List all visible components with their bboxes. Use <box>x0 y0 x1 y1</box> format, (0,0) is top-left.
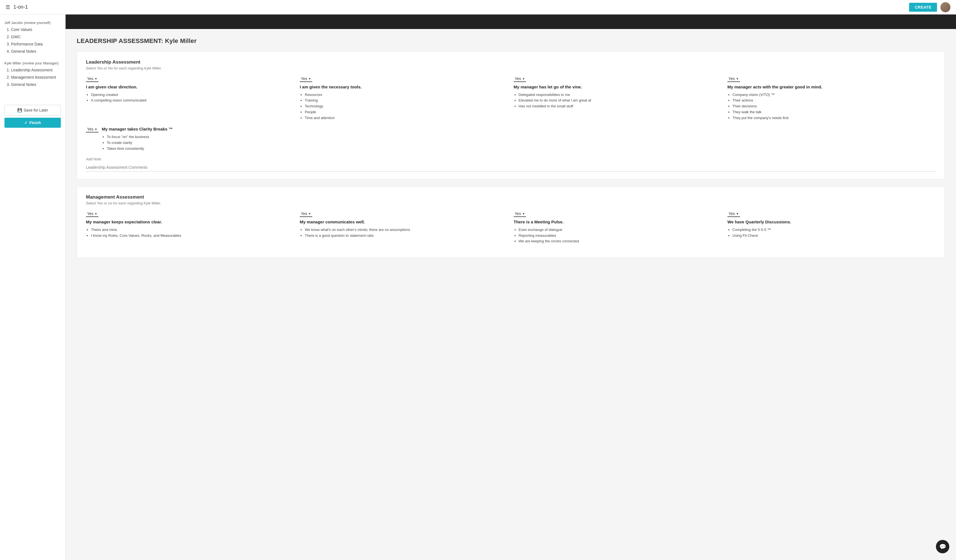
list-item: Completing the 5-5-5 ™ <box>733 227 936 233</box>
clarity-break-dropdown[interactable]: Yes ▼ <box>86 126 99 132</box>
list-item: Theirs and mine <box>91 227 294 233</box>
leadership-item-2: Yes ▼ I am given the necessary tools. Re… <box>300 76 508 121</box>
list-item: Using Fit Check <box>733 233 936 239</box>
dropdown-value-2: Yes <box>301 77 307 81</box>
clarity-break-label: My manager takes Clarity Breaks ™ <box>102 126 173 132</box>
hamburger-icon[interactable]: ☰ <box>6 4 10 10</box>
management-item-1: Yes ▼ My manager keeps expectations clea… <box>86 211 294 244</box>
leadership-label-4: My manager acts with the greater good in… <box>728 84 936 90</box>
mgmt-dropdown-value-2: Yes <box>301 212 307 216</box>
list-item: We know what's on each other's minds; th… <box>305 227 508 233</box>
finish-check-icon: ✓ <box>24 121 28 125</box>
dropdown-value-4: Yes <box>729 77 735 81</box>
sidebar-user1-note: (review yourself) <box>24 20 50 25</box>
list-item: Delegated responsibilities to me <box>519 92 722 98</box>
list-item: Resources <box>305 92 508 98</box>
leadership-assessment-grid: Yes ▼ I am given clear direction. Openin… <box>86 76 936 121</box>
sidebar-item-gwc[interactable]: 2. GWC <box>5 33 61 41</box>
sidebar-item-leadership[interactable]: 1. Leadership Assessment <box>5 66 61 74</box>
finish-button[interactable]: ✓ Finish <box>5 118 61 128</box>
leadership-item-3: Yes ▼ My manager has let go of the vine.… <box>514 76 722 121</box>
leadership-dropdown-4[interactable]: Yes ▼ <box>728 76 740 82</box>
leadership-comment-input[interactable] <box>86 163 936 171</box>
sidebar-item-general-notes-1[interactable]: 4. General Notes <box>5 48 61 55</box>
sidebar-item-management[interactable]: 2. Management Assessment <box>5 74 61 81</box>
management-list-2: We know what's on each other's minds; th… <box>300 227 508 239</box>
avatar-image <box>940 2 950 12</box>
management-assessment-grid: Yes ▼ My manager keeps expectations clea… <box>86 211 936 244</box>
save-later-label: Save for Later <box>24 108 48 112</box>
dropdown-value-3: Yes <box>515 77 521 81</box>
add-note-label: Add Note <box>86 157 936 161</box>
dropdown-arrow-2: ▼ <box>308 77 311 80</box>
mgmt-dropdown-arrow-3: ▼ <box>522 212 525 215</box>
management-label-2: My manager communicates well. <box>300 219 508 225</box>
sidebar-item-general-notes-2[interactable]: 3. General Notes <box>5 81 61 88</box>
create-button[interactable]: CREATE <box>909 3 937 12</box>
nav-right: CREATE <box>909 2 950 12</box>
mgmt-dropdown-arrow-1: ▼ <box>94 212 97 215</box>
management-card-title: Management Assessment <box>86 195 936 200</box>
management-dropdown-4[interactable]: Yes ▼ <box>728 211 740 217</box>
leadership-label-2: I am given the necessary tools. <box>300 84 508 90</box>
dark-header-bar <box>66 14 956 29</box>
sidebar-user1: Jeff Jacobs (review yourself) <box>5 20 61 25</box>
leadership-list-3: Delegated responsibilities to me Elevate… <box>514 92 722 109</box>
dropdown-value-1: Yes <box>87 77 93 81</box>
nav-left: ☰ 1-on-1 <box>6 4 28 10</box>
list-item: Reporting measurables <box>519 233 722 239</box>
main-content: LEADERSHIP ASSESSMENT: Kyle Miller Leade… <box>66 14 956 560</box>
leadership-dropdown-3[interactable]: Yes ▼ <box>514 76 526 82</box>
list-item: Time and attention <box>305 115 508 121</box>
sidebar-item-core-values[interactable]: 1. Core Values <box>5 26 61 33</box>
management-dropdown-1[interactable]: Yes ▼ <box>86 211 99 217</box>
list-item: People <box>305 109 508 115</box>
list-item: Their actions <box>733 97 936 104</box>
leadership-item-1: Yes ▼ I am given clear direction. Openin… <box>86 76 294 121</box>
leadership-card-subtitle: Select Yes or No for each regarding Kyle… <box>86 66 936 70</box>
list-item: Company vision (V/TO) ™ <box>733 92 936 98</box>
leadership-list-2: Resources Training Technology People Tim… <box>300 92 508 121</box>
management-item-3: Yes ▼ There is a Meeting Pulse. Even exc… <box>514 211 722 244</box>
sidebar-user2-section: Kyle Miller (review your Manager) 1. Lea… <box>5 61 61 88</box>
dropdown-arrow-4: ▼ <box>736 77 739 80</box>
dropdown-arrow-3: ▼ <box>522 77 525 80</box>
clarity-break-content: My manager takes Clarity Breaks ™ To foc… <box>102 126 173 151</box>
list-item: Even exchange of dialogue <box>519 227 722 233</box>
management-dropdown-2[interactable]: Yes ▼ <box>300 211 312 217</box>
mgmt-dropdown-value-1: Yes <box>87 212 93 216</box>
management-list-3: Even exchange of dialogue Reporting meas… <box>514 227 722 244</box>
list-item: To focus "on" the business <box>107 134 173 140</box>
list-item: Elevated me to do more of what I am grea… <box>519 97 722 104</box>
management-label-4: We have Quarterly Discussions. <box>728 219 936 225</box>
list-item: To create clarity <box>107 140 173 146</box>
clarity-break-list: To focus "on" the business To create cla… <box>102 134 173 151</box>
list-item: Takes time consistently <box>107 146 173 152</box>
management-dropdown-3[interactable]: Yes ▼ <box>514 211 526 217</box>
leadership-label-3: My manager has let go of the vine. <box>514 84 722 90</box>
mgmt-dropdown-value-4: Yes <box>729 212 735 216</box>
mgmt-dropdown-arrow-4: ▼ <box>736 212 739 215</box>
list-item: Their decisions <box>733 104 936 109</box>
leadership-list-1: Opening created A compelling vision comm… <box>86 92 294 104</box>
management-label-1: My manager keeps expectations clear. <box>86 219 294 225</box>
leadership-label-1: I am given clear direction. <box>86 84 294 90</box>
clarity-break-row: Yes ▼ My manager takes Clarity Breaks ™ … <box>86 126 936 151</box>
management-item-2: Yes ▼ My manager communicates well. We k… <box>300 211 508 244</box>
chat-bubble[interactable]: 💬 <box>936 540 949 553</box>
leadership-dropdown-1[interactable]: Yes ▼ <box>86 76 99 82</box>
top-nav: ☰ 1-on-1 CREATE <box>0 0 956 14</box>
management-assessment-card: Management Assessment Select Yes or no f… <box>77 186 945 258</box>
avatar[interactable] <box>940 2 950 12</box>
management-label-3: There is a Meeting Pulse. <box>514 219 722 225</box>
nav-title: 1-on-1 <box>13 4 28 10</box>
list-item: Opening created <box>91 92 294 98</box>
management-list-1: Theirs and mine I know my Roles, Core Va… <box>86 227 294 239</box>
add-note-section: Add Note <box>86 157 936 171</box>
sidebar-actions: 💾 Save for Later ✓ Finish <box>5 99 61 128</box>
sidebar-user2-name: Kyle Miller <box>5 61 21 65</box>
list-item: I know my Roles, Core Values, Rocks, and… <box>91 233 294 239</box>
save-later-button[interactable]: 💾 Save for Later <box>5 105 61 116</box>
sidebar-item-performance-data[interactable]: 3. Performance Data <box>5 41 61 48</box>
leadership-dropdown-2[interactable]: Yes ▼ <box>300 76 312 82</box>
